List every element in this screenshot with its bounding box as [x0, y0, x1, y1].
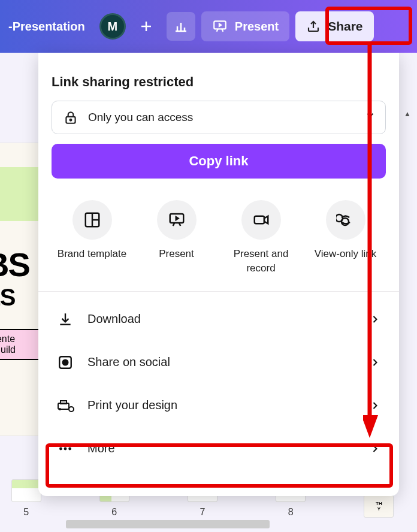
chevron-right-icon	[369, 313, 381, 325]
chevron-right-icon	[369, 443, 381, 455]
design-title[interactable]: -Presentation	[0, 14, 93, 40]
copy-link-button[interactable]: Copy link	[52, 144, 386, 179]
share-panel-title: Link sharing restricted	[52, 74, 386, 90]
template-icon	[83, 211, 101, 229]
plus-icon	[139, 19, 153, 34]
share-options-row: Brand template Present Present and recor…	[52, 200, 386, 276]
svg-rect-19	[254, 216, 264, 224]
share-actions-list: Download Share on social Print your desi…	[52, 298, 386, 470]
share-label: Share	[328, 19, 362, 34]
svg-point-26	[59, 409, 61, 410]
bar-chart-icon	[174, 19, 188, 34]
action-print[interactable]: Print your design	[52, 384, 386, 427]
share-panel: Link sharing restricted Only you can acc…	[38, 53, 399, 496]
option-present-record[interactable]: Present and record	[220, 200, 301, 276]
present-label: Present	[235, 20, 279, 34]
svg-marker-20	[264, 216, 268, 224]
svg-point-28	[64, 447, 67, 450]
lock-icon	[63, 110, 78, 125]
access-selector[interactable]: Only you can access	[52, 101, 386, 134]
copy-link-label: Copy link	[189, 153, 248, 169]
svg-marker-7	[219, 24, 221, 26]
access-selector-label: Only you can access	[88, 111, 193, 124]
thumbnail-next[interactable]: TH Y	[359, 495, 399, 518]
chevron-right-icon	[369, 400, 381, 412]
present-icon	[212, 19, 228, 34]
record-icon	[252, 211, 270, 229]
divider	[38, 291, 399, 292]
more-icon	[56, 440, 74, 458]
share-button[interactable]: Share	[295, 11, 373, 41]
chevron-right-icon	[369, 356, 381, 368]
present-icon	[168, 211, 186, 229]
vertical-scrollbar[interactable]	[404, 108, 416, 115]
analytics-button[interactable]	[167, 12, 195, 41]
svg-point-29	[68, 447, 71, 450]
chevron-down-icon	[365, 110, 376, 120]
option-present[interactable]: Present	[136, 200, 217, 276]
option-brand-template[interactable]: Brand template	[52, 200, 132, 276]
avatar[interactable]: M	[99, 13, 126, 40]
add-collaborator-button[interactable]	[132, 12, 161, 41]
link-icon	[336, 213, 355, 226]
option-view-only-link[interactable]: View-only link	[305, 200, 386, 276]
action-share-social[interactable]: Share on social	[52, 341, 386, 384]
action-more[interactable]: More	[52, 427, 386, 470]
print-icon	[56, 397, 74, 415]
action-download[interactable]: Download	[52, 298, 386, 341]
share-icon	[306, 19, 321, 34]
horizontal-scrollbar[interactable]	[66, 520, 270, 528]
svg-point-25	[69, 407, 74, 412]
social-icon	[56, 353, 74, 371]
svg-marker-16	[176, 217, 178, 220]
editor-topbar: -Presentation M Present Share	[0, 0, 417, 53]
download-icon	[56, 310, 74, 328]
svg-point-27	[59, 447, 62, 450]
svg-rect-24	[61, 401, 67, 404]
svg-point-11	[70, 119, 72, 121]
present-button[interactable]: Present	[201, 11, 289, 41]
